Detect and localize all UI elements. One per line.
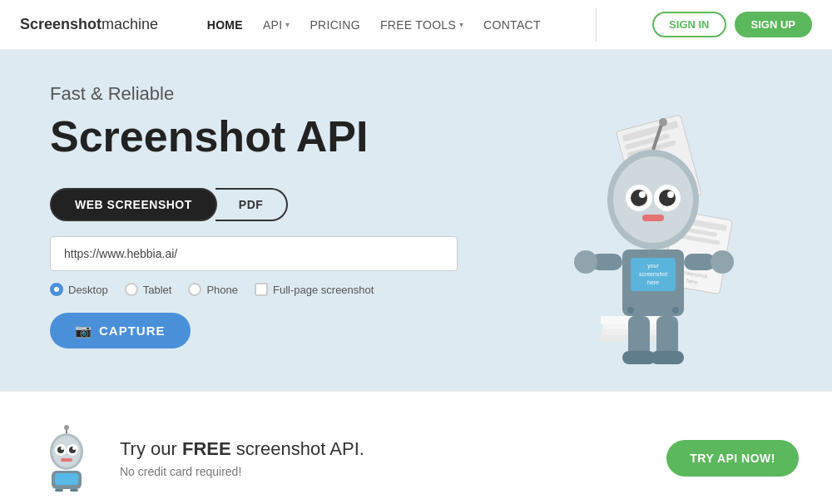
camera-icon: 📷 <box>75 323 92 338</box>
hero-subtitle: Fast & Reliable <box>50 83 832 105</box>
mini-robot-svg <box>33 425 100 492</box>
signin-button[interactable]: SIGN IN <box>652 12 726 37</box>
bottom-heading-bold: FREE <box>182 438 231 459</box>
nav-item-free-tools[interactable]: FREE TOOLS ▾ <box>380 18 463 32</box>
nav-item-contact[interactable]: CONTACT <box>483 17 541 32</box>
nav-link-contact[interactable]: CONTACT <box>483 18 541 32</box>
bottom-subtext: No credit card required! <box>120 465 364 478</box>
option-tablet[interactable]: Tablet <box>125 283 172 296</box>
bottom-left: Try our FREE screenshot API. No credit c… <box>33 425 364 492</box>
tab-web-screenshot[interactable]: WEB SCREENSHOT <box>50 188 217 221</box>
svg-rect-59 <box>70 489 78 492</box>
mini-robot <box>33 425 100 492</box>
radio-desktop-dot <box>50 283 63 296</box>
option-fullpage[interactable]: Full-page screenshot <box>255 283 374 296</box>
logo-bold: machine <box>102 16 158 32</box>
nav-separator <box>596 8 597 42</box>
options-row: Desktop Tablet Phone Full-page screensho… <box>50 283 832 296</box>
logo[interactable]: Screenshotmachine <box>20 16 158 33</box>
checkbox-fullpage-box <box>255 283 268 296</box>
bottom-heading-normal: Try our <box>120 438 182 459</box>
nav-item-home[interactable]: HOME <box>207 17 243 32</box>
bottom-heading: Try our FREE screenshot API. <box>120 438 364 460</box>
svg-rect-55 <box>61 458 72 462</box>
option-desktop[interactable]: Desktop <box>50 283 108 296</box>
capture-label: CAPTURE <box>99 324 166 338</box>
hero-section: Fast & Reliable Screenshot API WEB SCREE… <box>0 50 832 391</box>
try-api-button[interactable]: TRY API NOW! <box>666 440 799 477</box>
nav-actions: SIGN IN SIGN UP <box>652 12 812 37</box>
option-phone[interactable]: Phone <box>188 283 238 296</box>
hero-content: Fast & Reliable Screenshot API WEB SCREE… <box>0 83 832 382</box>
svg-point-48 <box>64 425 69 430</box>
svg-rect-58 <box>55 489 63 492</box>
bottom-promo-section: Try our FREE screenshot API. No credit c… <box>0 391 832 504</box>
option-fullpage-label: Full-page screenshot <box>273 284 374 296</box>
tab-row: WEB SCREENSHOT PDF <box>50 188 832 221</box>
api-dropdown-arrow: ▾ <box>285 20 290 29</box>
option-phone-label: Phone <box>206 284 238 296</box>
nav-link-pricing[interactable]: PRICING <box>310 18 359 32</box>
url-input-wrap <box>50 236 832 271</box>
url-input[interactable] <box>50 236 458 271</box>
bottom-heading-suffix: screenshot API. <box>231 438 364 459</box>
svg-rect-57 <box>55 473 78 485</box>
nav-link-free-tools[interactable]: FREE TOOLS <box>380 18 456 32</box>
radio-phone-dot <box>188 283 201 296</box>
hero-title: Screenshot API <box>50 111 832 161</box>
capture-button[interactable]: 📷 CAPTURE <box>50 313 191 348</box>
signup-button[interactable]: SIGN UP <box>735 12 812 37</box>
nav-item-api[interactable]: API ▾ <box>263 18 290 32</box>
svg-point-53 <box>61 447 64 450</box>
nav-item-pricing[interactable]: PRICING <box>310 17 359 32</box>
logo-light: Screenshot <box>20 16 102 32</box>
navbar: Screenshotmachine HOME API ▾ PRICING FRE… <box>0 0 832 50</box>
nav-link-home[interactable]: HOME <box>207 18 243 32</box>
bottom-text: Try our FREE screenshot API. No credit c… <box>120 438 364 478</box>
tab-pdf[interactable]: PDF <box>215 188 289 221</box>
option-tablet-label: Tablet <box>143 284 172 296</box>
option-desktop-label: Desktop <box>68 284 108 296</box>
free-tools-dropdown-arrow: ▾ <box>459 20 463 29</box>
nav-link-api[interactable]: API <box>263 18 282 32</box>
nav-links: HOME API ▾ PRICING FREE TOOLS ▾ CONTACT <box>207 17 541 32</box>
radio-tablet-dot <box>125 283 138 296</box>
svg-point-54 <box>72 447 76 450</box>
